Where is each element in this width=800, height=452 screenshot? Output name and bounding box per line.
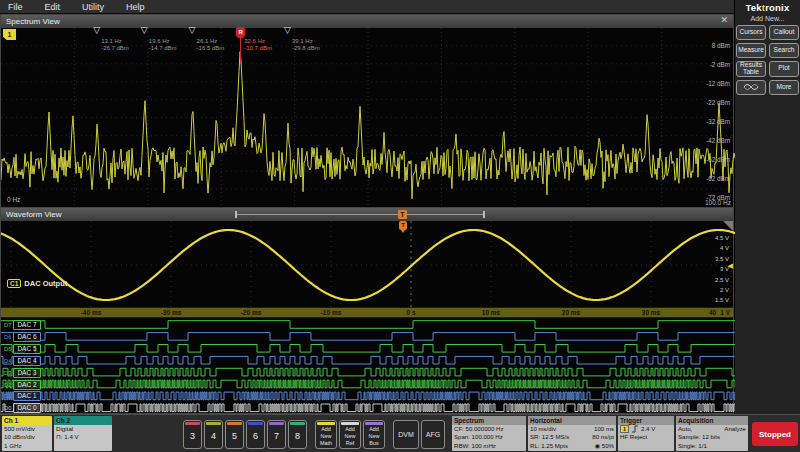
- channel-6-button[interactable]: 6: [246, 420, 265, 449]
- spectrum-badge[interactable]: Spectrum CF: 50.000000 HzSpan: 100.000 H…: [452, 416, 526, 451]
- time-axis-label: 10 ms: [482, 309, 500, 316]
- add-new-bus-button[interactable]: AddNewBus: [363, 420, 385, 449]
- mask-test-icon: [743, 82, 759, 92]
- ch2-badge[interactable]: Ch 2 Digital⊓: 1.4 V: [54, 416, 112, 451]
- spectrum-badge-row: RBW: 100 mHz: [454, 442, 524, 450]
- horizontal-badge[interactable]: Horizontal 10 ms/div100 msSR: 12.5 MS/s8…: [528, 416, 616, 451]
- digital-channel-name: DAC 6: [13, 332, 40, 342]
- digital-channel-label-dac-6[interactable]: D6DAC 6: [4, 332, 41, 342]
- zoom-pan-scrollbar[interactable]: [235, 211, 485, 218]
- dvm-button[interactable]: DVM: [393, 420, 419, 449]
- ch2-badge-body: Digital⊓: 1.4 V: [54, 425, 112, 451]
- digital-channel-label-dac-7[interactable]: D7DAC 7: [4, 320, 41, 330]
- channel-3-button[interactable]: 3: [183, 420, 202, 449]
- digital-channel-label-dac-4[interactable]: D4DAC 4: [4, 356, 41, 366]
- channel-button-label: 7: [268, 425, 285, 447]
- results-table-button[interactable]: Results Table: [736, 61, 766, 77]
- digital-channel-label-dac-0[interactable]: D0DAC 0: [4, 403, 41, 413]
- spectrum-y-label: -52 dBm: [706, 156, 730, 163]
- ch1-badge-row: 10 dBm/div: [4, 433, 50, 441]
- digital-waveform-area[interactable]: D7DAC 7D6DAC 6D5DAC 5D4DAC 4D3DAC 3D2DAC…: [1, 318, 733, 413]
- run-stop-button[interactable]: Stopped: [752, 422, 798, 446]
- digital-channel-id: D4: [4, 358, 11, 364]
- horizontal-badge-row: 10 ms/div100 ms: [530, 425, 614, 433]
- channel-7-button[interactable]: 7: [267, 420, 286, 449]
- spectrum-y-label: -32 dBm: [706, 118, 730, 125]
- callout-badge: C1: [7, 279, 21, 288]
- callout-button[interactable]: Callout: [769, 25, 799, 40]
- volt-axis-label: 3.5 V: [715, 256, 729, 262]
- add-button-label: AddNewMath: [316, 425, 336, 446]
- add-new-ref-button[interactable]: AddNewRef: [339, 420, 361, 449]
- add-button-label: AddNewBus: [364, 425, 384, 446]
- digital-channel-name: DAC 1: [13, 391, 40, 401]
- spectrum-trace: [1, 28, 735, 207]
- spectrum-view-header[interactable]: Spectrum View ✕: [1, 15, 733, 28]
- measure-button[interactable]: Measure: [736, 43, 766, 58]
- time-axis-label: 30 ms: [642, 309, 660, 316]
- digital-channel-label-dac-3[interactable]: D3DAC 3: [4, 368, 41, 378]
- channel-callout[interactable]: C1 DAC Output: [7, 279, 67, 288]
- digital-channel-id: D1: [4, 393, 11, 399]
- spectrum-badge-row: CF: 50.000000 Hz: [454, 425, 524, 433]
- trigger-badge[interactable]: Trigger 1 2.4 V HF Reject: [618, 416, 674, 451]
- time-axis-label: -20 ms: [241, 309, 262, 316]
- reference-marker-stem: [240, 38, 241, 64]
- channel-8-button[interactable]: 8: [288, 420, 307, 449]
- callout-text: DAC Output: [24, 279, 67, 288]
- digital-channel-name: DAC 3: [13, 368, 40, 378]
- plot-button[interactable]: Plot: [769, 61, 799, 77]
- spectrum-badge-row: Span: 100.000 Hz: [454, 433, 524, 441]
- acquisition-badge-title: Acquisition: [676, 416, 748, 425]
- cursors-button[interactable]: Cursors: [736, 25, 766, 40]
- ch2-badge-row: ⊓: 1.4 V: [56, 433, 110, 441]
- channel-button-label: 6: [247, 425, 264, 447]
- ch1-badge-body: 500 mV/div10 dBm/div1 GHz: [2, 425, 52, 451]
- spectrum-trace-handle[interactable]: 1: [3, 29, 16, 40]
- mask-test-button[interactable]: [736, 80, 766, 95]
- menu-item-file[interactable]: File: [8, 2, 23, 12]
- channel-4-button[interactable]: 4: [204, 420, 223, 449]
- trigger-position-flag[interactable]: T: [398, 210, 407, 219]
- afg-button[interactable]: AFG: [421, 420, 445, 449]
- digital-channel-label-dac-1[interactable]: D1DAC 1: [4, 391, 41, 401]
- trigger-source-badge: 1: [620, 425, 629, 433]
- peak-marker-icon[interactable]: ▽: [284, 26, 291, 35]
- peak-marker-label: 13.1 Hz-26.7 dBm: [101, 38, 129, 52]
- search-button[interactable]: Search: [769, 43, 799, 58]
- digital-channel-label-dac-5[interactable]: D5DAC 5: [4, 344, 41, 354]
- analog-waveform-area[interactable]: T C1 DAC Output ◀ 4.5 V4 V3.5 V3 V2.5 V2…: [1, 221, 733, 307]
- volt-axis-label: 4 V: [720, 245, 729, 251]
- spectrum-plot-area[interactable]: 1 ▽13.1 Hz-26.7 dBm▽19.6 Hz-14.7 dBm▽26.…: [1, 28, 733, 207]
- reference-marker-icon[interactable]: R: [236, 27, 245, 38]
- add-new-math-button[interactable]: AddNewMath: [315, 420, 337, 449]
- channel-button-label: 5: [226, 425, 243, 447]
- channel-5-button[interactable]: 5: [225, 420, 244, 449]
- more-button[interactable]: More: [769, 80, 799, 95]
- menu-item-utility[interactable]: Utility: [82, 2, 104, 12]
- trigger-position-pin[interactable]: T: [399, 221, 407, 230]
- menu-item-edit[interactable]: Edit: [45, 2, 61, 12]
- time-axis-label: -10 ms: [321, 309, 342, 316]
- time-axis-strip: 1 V -40 ms-30 ms-20 ms-10 ms0 s10 ms20 m…: [1, 307, 733, 318]
- waveform-view-title: Waveform View: [6, 210, 62, 219]
- menu-item-help[interactable]: Help: [126, 2, 145, 12]
- spectrum-view-title: Spectrum View: [6, 17, 60, 26]
- trigger-coupling: HF Reject: [620, 433, 672, 441]
- peak-marker-icon[interactable]: ▽: [189, 26, 196, 35]
- rising-edge-icon: [631, 425, 639, 433]
- panel-resize-grip[interactable]: [723, 221, 733, 231]
- digital-channel-name: DAC 7: [13, 320, 40, 330]
- close-icon[interactable]: ✕: [720, 15, 728, 25]
- peak-marker-label: 19.6 Hz-14.7 dBm: [149, 38, 177, 52]
- ch2-badge-title: Ch 2: [54, 416, 112, 425]
- waveform-view-header[interactable]: Waveform View T: [1, 208, 733, 221]
- peak-marker-icon[interactable]: ▽: [93, 26, 100, 35]
- ch1-badge[interactable]: Ch 1 500 mV/div10 dBm/div1 GHz: [2, 416, 52, 451]
- peak-marker-icon[interactable]: ▽: [141, 26, 148, 35]
- digital-channel-id: D7: [4, 322, 11, 328]
- digital-channel-label-dac-2[interactable]: D2DAC 2: [4, 380, 41, 390]
- acquisition-badge[interactable]: Acquisition Auto,AnalyzeSample: 12 bitsS…: [676, 416, 748, 451]
- acquisition-badge-row: Single: 1/1: [678, 442, 746, 450]
- trigger-level: 2.4 V: [641, 425, 655, 433]
